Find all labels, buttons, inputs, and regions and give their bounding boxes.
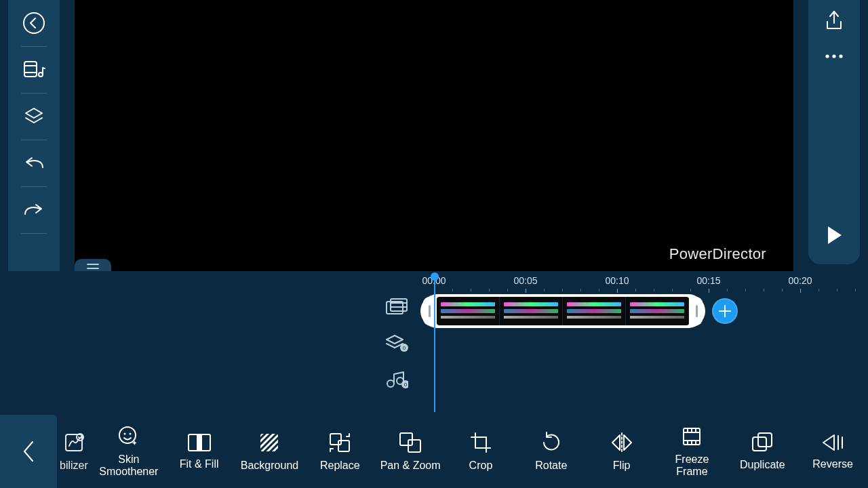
ruler-tick <box>635 289 636 291</box>
ruler-tick <box>855 289 856 291</box>
preview-area[interactable]: PowerDirector <box>75 0 793 271</box>
tool-panzoom[interactable]: Pan & Zoom <box>375 415 446 488</box>
undo-button[interactable] <box>20 150 47 177</box>
toolbar-back-button[interactable] <box>0 415 57 488</box>
ruler-tick <box>489 289 490 291</box>
play-icon <box>824 224 844 247</box>
media-library-button[interactable] <box>20 56 47 83</box>
svg-point-10 <box>832 54 835 58</box>
divider <box>21 46 47 47</box>
svg-point-0 <box>24 13 44 33</box>
reverse-icon <box>821 432 845 453</box>
ruler-tick <box>617 289 618 293</box>
export-icon <box>824 9 844 33</box>
ruler-tick <box>709 289 709 293</box>
svg-text:0: 0 <box>404 382 408 388</box>
ruler-tick <box>672 289 673 291</box>
flip-icon <box>610 431 634 454</box>
ruler-tick <box>526 289 526 293</box>
ruler-tick <box>837 289 837 291</box>
tool-strip[interactable]: bilizerSkin SmoothenerFit & FillBackgrou… <box>60 415 868 488</box>
ruler-tick <box>764 289 764 291</box>
play-button[interactable] <box>824 224 844 249</box>
svg-text:0: 0 <box>403 345 406 351</box>
svg-marker-42 <box>612 435 620 450</box>
ruler-tick <box>471 289 471 291</box>
tool-reverse[interactable]: Reverse <box>797 415 868 488</box>
track-icons: 0 0 <box>380 298 414 392</box>
tool-label: bilizer <box>60 460 88 472</box>
clip-handle-right[interactable] <box>690 297 703 325</box>
tool-label: Freeze Frame <box>675 453 709 477</box>
tool-label: Reverse <box>812 458 853 470</box>
ruler-label: 00:15 <box>696 275 720 286</box>
back-button[interactable] <box>20 9 47 37</box>
add-clip-button[interactable] <box>712 298 738 324</box>
ruler-tick <box>727 289 728 291</box>
ruler-label: 00:05 <box>513 275 537 286</box>
audio-track-button[interactable]: 0 <box>385 370 408 392</box>
layers-button[interactable] <box>20 103 47 130</box>
fitfill-icon <box>186 432 212 453</box>
export-button[interactable] <box>824 9 844 35</box>
ruler-tick <box>562 289 563 291</box>
svg-rect-36 <box>260 434 278 451</box>
tool-freeze[interactable]: Freeze Frame <box>657 415 728 488</box>
tool-stabilizer[interactable]: bilizer <box>60 415 94 488</box>
redo-button[interactable] <box>20 197 47 224</box>
svg-point-9 <box>825 54 829 58</box>
ruler-tick <box>818 289 819 291</box>
playhead[interactable] <box>434 274 435 412</box>
divider <box>21 140 47 140</box>
svg-point-32 <box>129 433 131 435</box>
ruler-tick <box>452 289 453 291</box>
duplicate-icon <box>750 432 774 453</box>
tool-label: Background <box>241 460 298 472</box>
ruler-tick <box>599 289 599 291</box>
video-track-button[interactable] <box>385 298 408 319</box>
overlay-track-icon: 0 <box>385 333 408 352</box>
svg-marker-19 <box>387 336 403 344</box>
tool-fitfill[interactable]: Fit & Fill <box>164 415 235 488</box>
tool-replace[interactable]: Replace <box>304 415 375 488</box>
svg-rect-53 <box>753 437 766 451</box>
ruler-tick <box>580 289 581 291</box>
tool-label: Pan & Zoom <box>380 460 441 472</box>
tool-label: Rotate <box>535 460 567 472</box>
redo-icon <box>22 202 45 218</box>
tool-label: Crop <box>469 460 493 472</box>
freeze-icon <box>680 425 703 448</box>
clip-thumbnails <box>437 297 689 325</box>
svg-rect-54 <box>758 433 772 447</box>
svg-rect-16 <box>391 299 407 311</box>
svg-point-31 <box>123 433 125 435</box>
timeline[interactable]: 00:0000:0500:1000:1500:20 0 0 <box>0 271 868 415</box>
ruler-tick <box>654 289 654 291</box>
chevron-left-circle-icon <box>22 12 45 35</box>
overlay-track-button[interactable]: 0 <box>385 333 408 355</box>
tool-label: Fit & Fill <box>180 458 219 470</box>
watermark: PowerDirector <box>669 245 766 263</box>
tool-rotate[interactable]: Rotate <box>516 415 587 488</box>
tool-background[interactable]: Background <box>235 415 305 488</box>
ruler-tick <box>745 289 746 291</box>
audio-track-icon: 0 <box>385 370 408 389</box>
svg-point-30 <box>119 427 136 443</box>
replace-icon <box>328 431 352 454</box>
video-track-icon <box>385 298 408 316</box>
tool-duplicate[interactable]: Duplicate <box>727 415 797 488</box>
more-button[interactable] <box>824 50 844 62</box>
svg-marker-5 <box>26 108 42 118</box>
tool-skin[interactable]: Skin Smoothener <box>94 415 164 488</box>
ruler-label: 00:10 <box>605 275 629 286</box>
tool-crop[interactable]: Crop <box>446 415 516 488</box>
video-clip[interactable] <box>420 294 705 328</box>
ruler-tick <box>507 289 508 291</box>
tool-flip[interactable]: Flip <box>587 415 657 488</box>
ruler-tick <box>690 289 691 291</box>
sidebar-right <box>808 0 860 264</box>
tool-label: Skin Smoothener <box>99 453 158 477</box>
media-library-icon <box>22 60 45 80</box>
ruler-tick <box>800 289 801 293</box>
svg-point-11 <box>839 54 842 58</box>
